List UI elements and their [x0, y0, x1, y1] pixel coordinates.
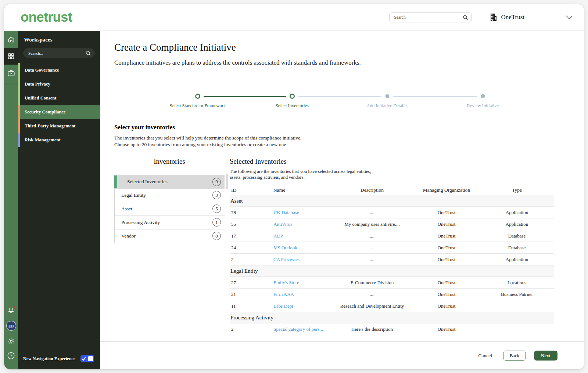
cell-name: Labs Dept [272, 300, 331, 312]
toggle-knob [88, 356, 93, 361]
cell-description: .... [331, 254, 413, 265]
cell-id: 2 [230, 323, 272, 335]
cell-id: 55 [230, 218, 272, 230]
avatar[interactable]: EB [6, 321, 16, 331]
inventory-link-labs-dept[interactable]: Labs Dept [273, 303, 293, 309]
inventory-category-processing-activity[interactable]: Processing Activity1 [115, 216, 225, 229]
step-circle-add-initiative-detailes[interactable] [386, 94, 390, 98]
inventory-link-antivirus[interactable]: AntiVirus [273, 221, 292, 227]
inventory-category-asset[interactable]: Asset5 [115, 202, 225, 216]
app-window: onetrust [4, 4, 584, 370]
table-row: 24MS Outlook....OneTrustDatabase [230, 242, 554, 254]
inventory-link-ms-outlook[interactable]: MS Outlook [273, 245, 297, 250]
step-circle-select-inventories[interactable] [290, 94, 295, 99]
inventories-list: Selected Inventories9Legal Entity3Asset5… [114, 175, 225, 243]
new-nav-label: New Navigation Experience [23, 356, 75, 362]
sidebar-item-home[interactable] [4, 31, 18, 48]
inventory-category-label: Processing Activity [121, 220, 160, 225]
page-title: Create a Compliance Initiative [114, 42, 584, 53]
workspace-label: Third-Party Management [25, 119, 76, 133]
section-title: Select your inventories [114, 124, 584, 131]
sidebar-item-security-compliance[interactable]: Security Compliance [18, 105, 100, 119]
sel-desc-line1: The following are the inventories that y… [230, 169, 554, 174]
table-row: 78UK Database....OneTrustApplication [230, 207, 554, 218]
section-desc-line1: The inventories that you select will hel… [114, 135, 584, 141]
cell-managing-organization: OneTrust [413, 277, 480, 289]
inventory-link-emily-s-store[interactable]: Emily's Store [273, 280, 299, 285]
inventory-category-label: Selected Inventories [127, 179, 168, 185]
inventory-link-ca-processes[interactable]: CA Processes [273, 257, 300, 262]
workspace-color-bar [18, 105, 20, 119]
sidebar-item-projects[interactable] [4, 65, 18, 82]
settings-button[interactable] [7, 337, 15, 345]
inventory-link-uk-database[interactable]: UK Database [273, 210, 299, 215]
global-search-input[interactable] [394, 15, 462, 19]
cell-managing-organization: OneTrust [413, 254, 480, 265]
column-header-description: Description [331, 185, 413, 195]
column-header-type: Type [480, 185, 554, 195]
workspace-color-bar [18, 77, 20, 91]
table-row: 2Special category of pers...Here's the d… [230, 323, 554, 335]
selected-inventories-panel: Selected Inventories The following are t… [230, 157, 554, 336]
wizard-footer: Cancel Back Next [100, 341, 584, 369]
org-selector[interactable]: OneTrust [490, 13, 524, 22]
cell-description: .... [331, 289, 413, 300]
inventories-panel: Inventories Selected Inventories9Legal E… [114, 157, 225, 336]
cell-description: .... [331, 242, 413, 254]
selected-inventories-title: Selected Inventories [230, 157, 554, 166]
help-button[interactable]: ? [7, 352, 15, 360]
cell-type: Database [480, 230, 554, 242]
sidebar-item-data-governance[interactable]: Data Governance [18, 63, 100, 77]
inventory-link-adp[interactable]: ADP [273, 233, 283, 239]
group-name: Asset [230, 195, 554, 207]
table-row: 17ADP....OneTrustDatabase [230, 230, 554, 242]
briefcase-icon [7, 69, 15, 77]
page-subtitle: Compliance initiatives are plans to addr… [114, 59, 584, 66]
cell-id: 21 [230, 289, 272, 300]
step-circle-select-standard-or-framework[interactable] [195, 94, 200, 99]
top-header: onetrust [4, 4, 584, 31]
sidebar-item-unified-consent[interactable]: Unified Consent [18, 91, 100, 105]
notifications-button[interactable] [7, 307, 15, 314]
next-button[interactable]: Next [534, 351, 557, 361]
step-circle-review-initiative[interactable] [481, 94, 485, 98]
inventory-category-selected-inventories[interactable]: Selected Inventories9 [115, 175, 225, 189]
cell-managing-organization: OneTrust [413, 242, 480, 254]
icon-rail: EB ? [4, 31, 18, 369]
table-header-row: IDNameDescriptionManaging OrganizationTy… [230, 185, 554, 195]
group-name: Processing Activity [230, 312, 554, 323]
sidebar-item-workspaces[interactable] [4, 48, 18, 65]
table-row: 55AntiVirusMy company uses antivire....O… [230, 218, 554, 230]
sidebar-item-risk-management[interactable]: Risk Management [18, 133, 100, 147]
inventory-category-vendor[interactable]: Vendor0 [115, 229, 225, 243]
new-nav-toggle[interactable] [80, 355, 94, 362]
cell-type: Application [480, 207, 554, 218]
panel-scrollbar[interactable] [225, 157, 230, 336]
column-header-name: Name [272, 185, 331, 195]
workspace-menu: Data GovernanceData PrivacyUnified Conse… [18, 63, 100, 147]
cell-type [480, 300, 554, 312]
inventory-link-firm-aaa[interactable]: Firm AAA [273, 291, 294, 297]
sidebar-item-third-party-management[interactable]: Third-Party Management [18, 119, 100, 133]
workspace-label: Risk Management [25, 133, 61, 147]
workspaces-search-input[interactable] [28, 51, 85, 55]
inventory-link-special-category-of-pers[interactable]: Special category of pers... [273, 326, 323, 332]
cell-name: Firm AAA [272, 289, 331, 300]
cell-id: 27 [230, 277, 272, 289]
cell-id: 78 [230, 207, 272, 218]
notification-dot [13, 306, 15, 308]
back-button[interactable]: Back [503, 351, 526, 361]
cell-description: E-Commerce Division [331, 277, 413, 289]
workspaces-search[interactable] [23, 48, 95, 58]
workspace-color-bar [18, 133, 20, 147]
scrollbar-thumb[interactable] [226, 174, 228, 189]
inventory-category-legal-entity[interactable]: Legal Entity3 [115, 189, 225, 202]
cancel-button[interactable]: Cancel [478, 353, 492, 359]
sel-desc-line2: assets, processing activieis, and vendor… [230, 174, 554, 180]
wizard-stepper: Select Standard or FrameworkSelect Inven… [100, 84, 584, 117]
step-connector [204, 96, 286, 97]
cell-type: Database [480, 242, 554, 254]
global-search[interactable] [389, 12, 472, 22]
sidebar-item-data-privacy[interactable]: Data Privacy [18, 77, 100, 91]
chevron-down-icon[interactable] [566, 15, 573, 19]
